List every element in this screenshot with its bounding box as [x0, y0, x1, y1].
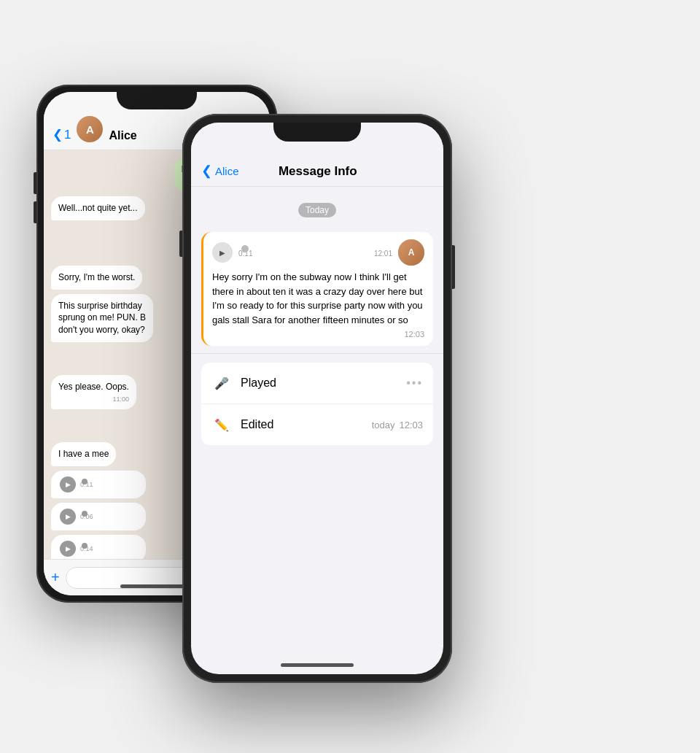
play-button[interactable]: ▶ — [60, 476, 76, 493]
message-info-screen: ❮ Alice Message Info Today — [191, 123, 443, 674]
microphone-icon: 🎤 — [211, 373, 232, 393]
pencil-icon: ✏️ — [211, 414, 232, 435]
audio-message: ▶ 0:11 — [51, 471, 146, 498]
edited-time: 12:03 — [399, 420, 423, 430]
play-button[interactable]: ▶ — [60, 509, 76, 525]
msginfo-body: Today ▶ — [191, 187, 443, 674]
home-bar-2 — [281, 663, 354, 667]
audio-message: ▶ 0:14 — [51, 535, 146, 559]
edited-date: today — [372, 420, 395, 430]
message-send-time: 12:03 — [212, 330, 424, 339]
played-label: Played — [241, 376, 397, 390]
phone-message-info: ❮ Alice Message Info Today — [182, 114, 452, 683]
message-text: I have a mee — [58, 449, 109, 459]
voice-duration-right: 12:01 — [374, 250, 392, 258]
audio-duration: 0:11 — [80, 481, 137, 488]
scene: ❮ 1 A Alice 📹 📞 I'm ready, are you — [36, 41, 664, 712]
back-to-alice[interactable]: ❮ Alice — [201, 163, 239, 179]
voice-times: 0:11 12:01 — [238, 250, 392, 258]
message-text: Sorry, I'm the worst. — [58, 272, 135, 282]
message-body-text: Hey sorry I'm on the subway now I think … — [212, 270, 424, 327]
section-divider — [191, 353, 443, 354]
message-bubble: I have a mee — [51, 442, 116, 466]
btn-volume-down — [34, 201, 36, 223]
message-bubble: This surprise birthdaysprung on me! PUN.… — [51, 294, 153, 342]
message-bubble: Well...not quite yet... — [51, 196, 145, 220]
back-button[interactable]: ❮ 1 — [52, 127, 71, 142]
back-count: 1 — [64, 128, 71, 142]
message-text: Yes please. Oops. — [58, 382, 129, 392]
audio-message: ▶ 0:06 — [51, 503, 146, 530]
message-text: Well...not quite yet... — [58, 203, 138, 213]
phone2-screen: ❮ Alice Message Info Today — [191, 123, 443, 674]
btn-power-2 — [452, 245, 455, 289]
btn-volume — [179, 231, 182, 257]
avatar-face: A — [398, 239, 424, 266]
notch-1 — [117, 92, 197, 109]
date-badge: Today — [298, 203, 336, 217]
more-options-icon[interactable]: ••• — [406, 376, 423, 390]
message-bubble: Sorry, I'm the worst. — [51, 266, 142, 290]
notch-2 — [273, 123, 361, 142]
chevron-left-icon: ❮ — [52, 127, 63, 142]
audio-duration: 0:06 — [80, 513, 137, 520]
btn-volume-up — [34, 172, 36, 194]
message-time: 11:00 — [58, 395, 129, 404]
message-bubble: Yes please. Oops. 11:00 — [51, 375, 136, 409]
edited-meta: today 12:03 — [372, 420, 423, 430]
message-text: This surprise birthdaysprung on me! PUN.… — [58, 301, 146, 336]
edited-label: Edited — [241, 418, 363, 431]
sender-avatar: A — [398, 239, 424, 266]
back-label: Alice — [215, 165, 239, 177]
message-preview-area: ▶ 0:11 12:01 — [191, 232, 443, 353]
chevron-left-icon: ❮ — [201, 163, 212, 179]
message-preview-card: ▶ 0:11 12:01 — [201, 232, 433, 346]
page-title: Message Info — [242, 164, 394, 179]
played-row: 🎤 Played ••• — [201, 363, 433, 404]
attachment-button[interactable]: + — [51, 569, 60, 586]
avatar-face: A — [77, 116, 103, 142]
play-button[interactable]: ▶ — [60, 541, 76, 557]
audio-duration: 0:14 — [80, 545, 137, 552]
contact-avatar: A — [77, 116, 103, 142]
voice-play-button[interactable]: ▶ — [212, 242, 233, 263]
edited-row: ✏️ Edited today 12:03 — [201, 404, 433, 445]
info-section: 🎤 Played ••• ✏️ Edited today 12:03 — [201, 363, 433, 445]
